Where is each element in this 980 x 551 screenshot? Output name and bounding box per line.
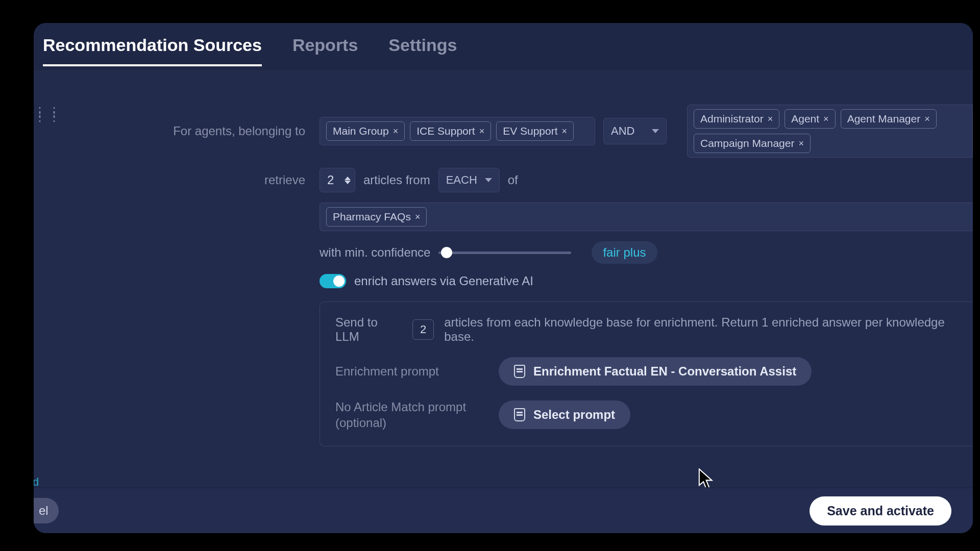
- cancel-button[interactable]: el: [34, 498, 59, 523]
- close-icon[interactable]: ×: [415, 212, 421, 222]
- text-send-suffix: articles from each knowledge base for en…: [444, 315, 958, 344]
- enrichment-prompt-value: Enrichment Factual EN - Conversation Ass…: [533, 364, 796, 379]
- tab-recommendation-sources[interactable]: Recommendation Sources: [43, 35, 262, 66]
- close-icon[interactable]: ×: [823, 114, 829, 124]
- label-agents: For agents, belonging to: [34, 124, 320, 138]
- chip-label: Agent: [791, 113, 819, 125]
- role-chip[interactable]: Agent×: [785, 109, 835, 129]
- agent-group-chip[interactable]: EV Support×: [496, 121, 574, 141]
- footer-bar: el Save and activate: [34, 487, 973, 533]
- main-content: ⋮⋮⋮⋮ For agents, belonging to Main Group…: [34, 71, 973, 487]
- stepper-down-icon[interactable]: [345, 181, 351, 184]
- label-enrich: enrich answers via Generative AI: [354, 274, 533, 288]
- stepper-up-icon[interactable]: [345, 177, 351, 180]
- llm-article-count[interactable]: 2: [412, 319, 434, 340]
- row-knowledge-bases: Pharmacy FAQs×: [34, 203, 973, 231]
- panel-row-enrichment-prompt: Enrichment prompt Enrichment Factual EN …: [335, 357, 958, 386]
- roles-input[interactable]: Administrator×Agent×Agent Manager×Campai…: [687, 105, 973, 158]
- panel-row-send: Send to LLM 2 articles from each knowled…: [335, 315, 958, 344]
- enrichment-prompt-button[interactable]: Enrichment Factual EN - Conversation Ass…: [499, 357, 812, 386]
- role-chip[interactable]: Agent Manager×: [841, 109, 937, 129]
- label-no-match-prompt: No Article Match prompt (optional): [335, 399, 488, 431]
- confidence-slider[interactable]: [438, 252, 571, 254]
- panel-row-no-match-prompt: No Article Match prompt (optional) Selec…: [335, 399, 958, 431]
- tab-reports[interactable]: Reports: [292, 35, 358, 64]
- knowledge-bases-input[interactable]: Pharmacy FAQs×: [320, 203, 973, 231]
- enrichment-panel: Send to LLM 2 articles from each knowled…: [320, 302, 973, 446]
- chip-label: Pharmacy FAQs: [333, 211, 411, 223]
- close-icon[interactable]: ×: [393, 126, 399, 137]
- label-enrichment-prompt: Enrichment prompt: [335, 364, 488, 379]
- save-and-activate-button[interactable]: Save and activate: [810, 496, 951, 525]
- toggle-knob: [333, 276, 345, 287]
- no-match-prompt-value: Select prompt: [533, 408, 615, 422]
- prompt-icon: [514, 365, 525, 378]
- app-window: Recommendation Sources Reports Settings …: [34, 23, 973, 533]
- label-retrieve: retrieve: [34, 173, 320, 187]
- text-articles-from: articles from: [363, 173, 430, 187]
- agent-group-chip[interactable]: Main Group×: [326, 121, 405, 141]
- chip-label: Agent Manager: [847, 113, 921, 125]
- tab-bar: Recommendation Sources Reports Settings: [34, 23, 973, 71]
- knowledge-base-chip[interactable]: Pharmacy FAQs×: [326, 207, 427, 227]
- chip-label: EV Support: [503, 125, 557, 137]
- row-enrich-toggle: enrich answers via Generative AI: [34, 274, 973, 288]
- text-of: of: [508, 173, 518, 187]
- confidence-level-pill: fair plus: [592, 241, 657, 264]
- chevron-down-icon: [652, 129, 659, 133]
- agent-group-chip[interactable]: ICE Support×: [410, 121, 491, 141]
- row-retrieve: retrieve 2 articles from EACH of: [34, 168, 973, 192]
- slider-thumb[interactable]: [441, 247, 452, 258]
- close-icon[interactable]: ×: [768, 114, 773, 124]
- role-chip[interactable]: Campaign Manager×: [694, 134, 811, 153]
- close-icon[interactable]: ×: [562, 126, 568, 137]
- close-icon[interactable]: ×: [924, 114, 930, 124]
- chevron-down-icon: [485, 178, 492, 182]
- each-value: EACH: [446, 173, 477, 187]
- drag-handle-icon[interactable]: ⋮⋮⋮⋮: [34, 109, 62, 119]
- chip-label: Administrator: [700, 113, 764, 125]
- row-confidence: with min. confidence fair plus: [34, 241, 973, 264]
- no-match-prompt-button[interactable]: Select prompt: [499, 400, 630, 429]
- label-confidence: with min. confidence: [320, 245, 430, 260]
- close-icon[interactable]: ×: [798, 138, 804, 149]
- role-chip[interactable]: Administrator×: [694, 109, 779, 129]
- operator-value: AND: [611, 124, 634, 138]
- enrich-toggle[interactable]: [320, 274, 346, 288]
- retrieve-count-value: 2: [327, 173, 334, 187]
- prompt-icon: [514, 408, 525, 421]
- chip-label: Campaign Manager: [700, 137, 794, 149]
- row-agent-groups: For agents, belonging to Main Group×ICE …: [34, 105, 973, 158]
- text-send-prefix: Send to LLM: [335, 315, 402, 344]
- retrieve-count-stepper[interactable]: 2: [320, 168, 355, 192]
- close-icon[interactable]: ×: [479, 126, 485, 137]
- agent-groups-input[interactable]: Main Group×ICE Support×EV Support×: [320, 117, 595, 145]
- tab-settings[interactable]: Settings: [388, 35, 457, 64]
- each-select[interactable]: EACH: [438, 168, 500, 192]
- chip-label: Main Group: [333, 125, 389, 137]
- operator-select[interactable]: AND: [603, 118, 667, 144]
- chip-label: ICE Support: [416, 125, 475, 137]
